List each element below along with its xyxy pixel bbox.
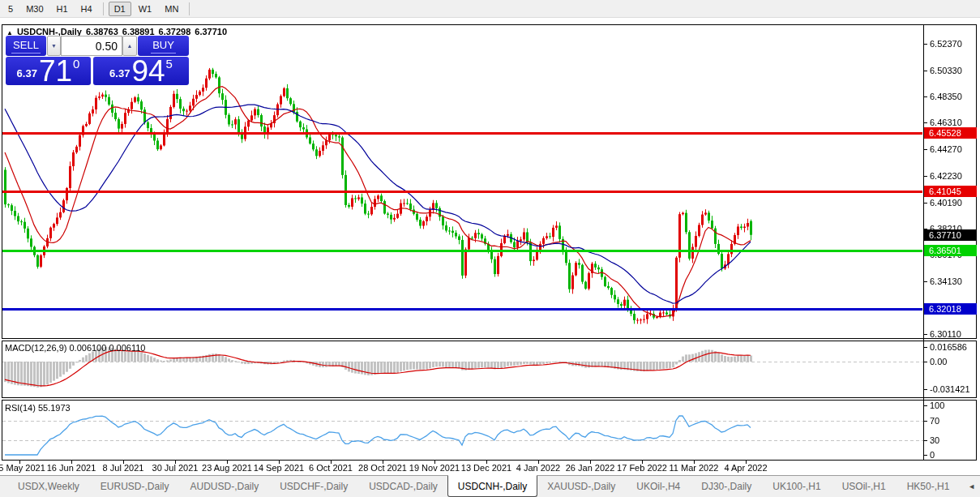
- current-price-badge: 6.37710: [924, 229, 977, 241]
- rsi-axis-label: 30: [930, 435, 939, 445]
- buy-price-box[interactable]: 6.37 94 5: [93, 57, 189, 85]
- volume-decrease-button[interactable]: ▼: [47, 36, 61, 56]
- rsi-axis-label: 0: [930, 450, 935, 460]
- sell-button-label: SELL: [11, 39, 41, 54]
- buy-price-big: 94: [131, 59, 165, 84]
- trading-terminal-window: 5M30H1H4D1W1MN ▲ USDCNH-,Daily 6.38763 6…: [0, 0, 980, 497]
- timeframe-button-h4[interactable]: H4: [75, 2, 98, 16]
- sell-price-box[interactable]: 6.37 71 0: [6, 57, 91, 85]
- tab-dj30-daily[interactable]: DJ30-,Daily: [691, 476, 761, 497]
- price-level-badge: 6.32018: [924, 303, 977, 315]
- buy-button-label: BUY: [151, 39, 176, 54]
- timeframe-button-d1[interactable]: D1: [109, 2, 131, 16]
- price-level-badge: 6.45528: [924, 127, 977, 139]
- toolbar-separator: [103, 2, 104, 15]
- tab-usdcad-daily[interactable]: USDCAD-,Daily: [359, 476, 447, 497]
- price-tick-label: 6.50330: [930, 66, 962, 75]
- price-level-badge: 6.36501: [924, 245, 977, 256]
- ohlc-close: 6.37710: [195, 27, 227, 36]
- price-tick-label: 6.44270: [930, 144, 962, 154]
- tab-eurusd-daily[interactable]: EURUSD-,Daily: [91, 476, 179, 497]
- date-axis: 25 May 202116 Jun 20218 Jul 202130 Jul 2…: [0, 463, 923, 474]
- tab-scroll-controls: ◄►: [961, 476, 980, 497]
- date-tick-label: 4 Apr 2022: [709, 463, 782, 473]
- rsi-axis-label: 70: [930, 416, 939, 426]
- tab-xauusd-daily[interactable]: XAUUSD-,Daily: [537, 476, 625, 497]
- price-tick-label: 6.42230: [930, 171, 962, 181]
- price-axis: 6.523706.503306.483506.463106.442706.422…: [923, 0, 980, 474]
- price-tick-label: 6.40190: [930, 198, 962, 208]
- tab-usdchf-daily[interactable]: USDCHF-,Daily: [270, 476, 357, 497]
- volume-input[interactable]: [61, 36, 122, 56]
- sell-price-pip: 0: [73, 57, 79, 71]
- down-arrow-icon: ▼: [51, 43, 57, 49]
- price-tick-label: 6.34130: [930, 276, 962, 286]
- tab-hk50-h1[interactable]: HK50-,H1: [897, 476, 960, 497]
- macd-axis-label: -0.031421: [930, 384, 970, 394]
- price-tick-label: 6.30110: [930, 329, 961, 339]
- price-tick-label: 6.46310: [930, 118, 962, 127]
- price-tick-label: 6.52370: [930, 39, 962, 49]
- sell-button[interactable]: SELL: [6, 36, 46, 56]
- rsi-label: RSI(14) 55.1973: [5, 403, 71, 413]
- tab-usoil-h1[interactable]: USOil-,H1: [832, 476, 896, 497]
- rsi-axis-label: 100: [930, 401, 944, 410]
- tabs-scroll-left-icon[interactable]: ◄: [961, 482, 980, 491]
- symbol-tab-bar: USDX,WeeklyEURUSD-,DailyAUDUSD-,DailyUSD…: [0, 475, 980, 497]
- sell-price-prefix: 6.37: [17, 67, 37, 79]
- buy-price-prefix: 6.37: [109, 67, 130, 79]
- volume-increase-button[interactable]: ▲: [122, 36, 137, 56]
- timeframe-button-h1[interactable]: H1: [51, 2, 74, 16]
- timeframe-toolbar: 5M30H1H4D1W1MN: [0, 0, 980, 18]
- timeframe-button-m30[interactable]: M30: [20, 2, 49, 16]
- macd-label: MACD(12,26,9) 0.006100 0.006110: [5, 343, 145, 353]
- timeframe-button-w1[interactable]: W1: [133, 2, 158, 16]
- tab-audusd-daily[interactable]: AUDUSD-,Daily: [180, 476, 268, 497]
- buy-button[interactable]: BUY: [138, 36, 189, 56]
- trade-panel: SELL ▼ ▲ BUY 6.37 71 0 6.37 94 5: [6, 36, 189, 85]
- macd-axis-label: 0.016586: [930, 342, 967, 352]
- tab-ukoil-h4[interactable]: UKOil-,H4: [627, 476, 690, 497]
- macd-axis-label: 0.00: [930, 357, 947, 366]
- tab-usdx-weekly[interactable]: USDX,Weekly: [8, 476, 89, 497]
- buy-price-pip: 5: [166, 57, 173, 71]
- toolbar-separator: [189, 2, 190, 15]
- timeframe-button-mn[interactable]: MN: [159, 2, 184, 16]
- sell-price-big: 71: [39, 59, 72, 84]
- up-arrow-icon: ▲: [127, 43, 133, 49]
- price-level-badge: 6.41045: [924, 186, 977, 197]
- timeframe-button-5[interactable]: 5: [2, 2, 19, 16]
- tab-uk100-h1[interactable]: UK100-,H1: [763, 476, 830, 497]
- tab-usdcnh-daily[interactable]: USDCNH-,Daily: [447, 475, 537, 497]
- price-tick-label: 6.48350: [930, 92, 962, 101]
